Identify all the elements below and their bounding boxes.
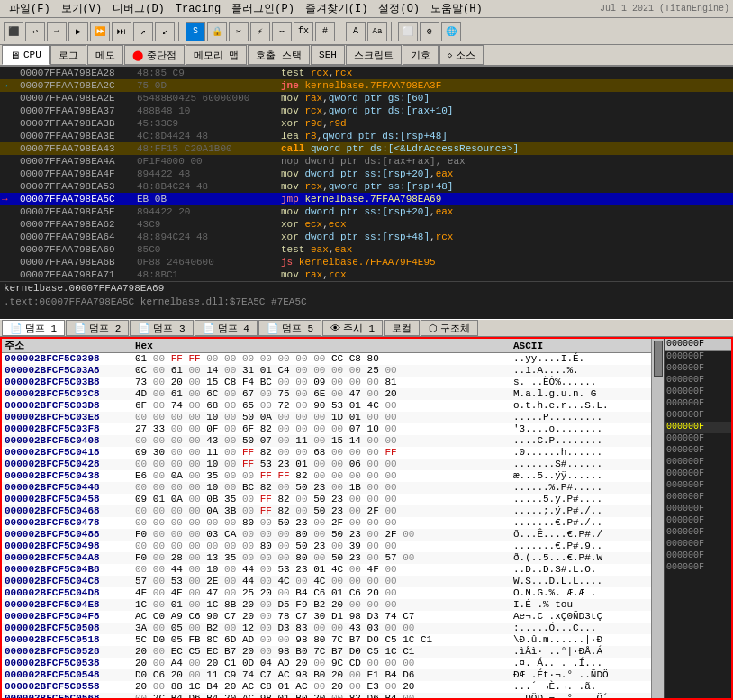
dump-row[interactable]: 000002BFCF5C040800 00 00 00 43 00 50 07 …	[2, 435, 651, 447]
dump-row[interactable]: 000002BFCF5C053820 00 A4 00 20 C1 0D 04 …	[2, 658, 651, 669]
disasm-row[interactable]: 00007FFAA798EA3E 4C:8D4424 48 lea r8,qwo…	[0, 130, 733, 142]
dump-cell-ascii: o.t.h.e.r...S.L.	[511, 400, 651, 412]
tab-symbols[interactable]: 기호	[403, 45, 439, 65]
dump-row[interactable]: 000002BFCF5C05083A 00 05 00 B2 00 12 00 …	[2, 623, 651, 634]
tab-breakpoint[interactable]: ⬤ 중단점	[124, 45, 185, 65]
disasm-row[interactable]: 00007FFAA798EA4F 894422 48 mov dword ptr…	[0, 168, 733, 180]
toolbar-btn-9[interactable]: S	[186, 22, 205, 41]
dump-scrollbar[interactable]	[651, 339, 664, 698]
disasm-row[interactable]: 00007FFAA798EA43 48:FF15 C20A1B00 call q…	[0, 142, 733, 155]
disasm-row[interactable]: 00007FFAA798EA4A 0F1F4000 00 nop dword p…	[0, 155, 733, 168]
tab-memo[interactable]: 메모	[87, 45, 123, 65]
tab-memory-map[interactable]: 메모리 맵	[186, 45, 248, 65]
menu-tracing[interactable]: Tracing	[170, 2, 226, 16]
disasm-row[interactable]: 00007FFAA798EA62 43C9 xor ecx,ecx	[0, 218, 733, 231]
toolbar-btn-11[interactable]: ✂	[229, 22, 249, 41]
tab-seh[interactable]: SEH	[311, 45, 345, 65]
dump-row[interactable]: 000002BFCF5C05185C D0 05 FB 8C 6D AD 00 …	[2, 634, 651, 646]
toolbar-btn-12[interactable]: ⚡	[250, 22, 270, 41]
dump-row[interactable]: 000002BFCF5C047800 00 00 00 00 00 80 00 …	[2, 517, 651, 529]
tab-source[interactable]: ◇ 소스	[439, 45, 484, 65]
disasm-row[interactable]: 00007FFAA798EA28 48:85 C9 test rcx,rcx	[0, 67, 733, 79]
dump-row[interactable]: 000002BFCF5C045809 01 0A 00 0B 35 00 FF …	[2, 494, 651, 505]
disasm-row-rip[interactable]: → 00007FFAA798EA5C EB 0B jmp kernelbase.…	[0, 193, 733, 205]
toolbar-btn-18[interactable]: ⬜	[398, 22, 418, 41]
tab-log[interactable]: 로그	[50, 45, 86, 65]
dump-row[interactable]: 000002BFCF5C03A80C 00 61 00 14 00 31 01 …	[2, 365, 651, 377]
dump-row[interactable]: 000002BFCF5C0548D0 C6 20 00 11 C9 74 C7 …	[2, 669, 651, 681]
dump-row[interactable]: 000002BFCF5C03F827 33 00 00 0F 00 6F 82 …	[2, 423, 651, 435]
toolbar-btn-15[interactable]: #	[315, 22, 335, 41]
toolbar-btn-4[interactable]: ▶	[68, 22, 88, 41]
menu-help[interactable]: 도움말(H)	[425, 0, 488, 17]
dump-row[interactable]: 000002BFCF5C044800 00 00 00 10 00 BC 82 …	[2, 482, 651, 494]
dump-row[interactable]: 000002BFCF5C04F8AC C0 A9 C6 90 C7 20 00 …	[2, 611, 651, 623]
dump-row[interactable]: 000002BFCF5C03E800 00 00 00 10 00 50 0A …	[2, 412, 651, 423]
toolbar-btn-6[interactable]: ⏭	[112, 22, 131, 41]
dump-row[interactable]: 000002BFCF5C056800 2C B4 D6 B4 20 AC 98 …	[2, 693, 651, 699]
dump-row[interactable]: 000002BFCF5C041809 30 00 00 11 00 FF 82 …	[2, 447, 651, 459]
dump-tab-2[interactable]: 📄 덤프 2	[66, 320, 129, 336]
menu-file[interactable]: 파일(F)	[4, 0, 56, 17]
disasm-row[interactable]: 00007FFAA798EA37 488B48 10 mov rcx,qword…	[0, 105, 733, 117]
dump-row[interactable]: 000002BFCF5C04E81C 00 01 00 1C 8B 20 00 …	[2, 599, 651, 611]
toolbar-btn-1[interactable]: ⬛	[4, 22, 23, 41]
tab-cpu[interactable]: 🖥 CPU	[2, 45, 50, 65]
toolbar-btn-5[interactable]: ⏩	[90, 22, 110, 41]
dump-row[interactable]: 000002BFCF5C04B800 00 44 00 10 00 44 00 …	[2, 564, 651, 576]
menu-view[interactable]: 보기(V)	[56, 0, 108, 17]
dump-tab-watch1[interactable]: 👁 주시 1	[322, 320, 383, 336]
tab-script[interactable]: 스크립트	[346, 45, 402, 65]
dump-row[interactable]: 000002BFCF5C03C84D 00 61 00 6C 00 67 00 …	[2, 388, 651, 400]
disasm-addr: 00007FFAA798EA43	[18, 142, 135, 155]
dump-tab-3[interactable]: 📄 덤프 3	[130, 320, 193, 336]
dump-row[interactable]: 000002BFCF5C0488F0 00 00 00 03 CA 00 00 …	[2, 529, 651, 541]
disasm-bytes: 45:33C9	[135, 117, 279, 130]
dump-content[interactable]: 주소 Hex ASCII 000002BFCF5C039801 00 FF FF…	[2, 339, 651, 698]
disasm-row[interactable]: 00007FFAA798EA69 85C0 test eax,eax	[0, 243, 733, 256]
toolbar-btn-2[interactable]: ↩	[25, 22, 45, 41]
toolbar-btn-16[interactable]: A	[346, 22, 366, 41]
disasm-row[interactable]: 00007FFAA798EA2E 65488B0425 60000000 mov…	[0, 92, 733, 105]
toolbar-btn-3[interactable]: →	[47, 22, 67, 41]
toolbar-btn-14[interactable]: fx	[294, 22, 313, 41]
disasm-row[interactable]: 00007FFAA798EA5E 894422 20 mov dword ptr…	[0, 205, 733, 218]
toolbar-btn-17[interactable]: Aa	[367, 22, 387, 41]
dump-row[interactable]: 000002BFCF5C046800 00 00 00 0A 3B 00 FF …	[2, 505, 651, 517]
menu-favorites[interactable]: 즐겨찾기(I)	[300, 0, 374, 17]
toolbar-btn-7[interactable]: ↗	[133, 22, 153, 41]
dump-row[interactable]: 000002BFCF5C04A8F0 00 28 00 13 35 00 00 …	[2, 552, 651, 564]
dump-row[interactable]: 000002BFCF5C03D86F 00 74 00 68 00 65 00 …	[2, 400, 651, 412]
dump-tab-1[interactable]: 📄 덤프 1	[2, 320, 65, 336]
dump-row[interactable]: 000002BFCF5C04C857 00 53 00 2E 00 44 00 …	[2, 576, 651, 587]
dump-row[interactable]: 000002BFCF5C052820 00 EC C5 EC B7 20 00 …	[2, 646, 651, 658]
toolbar-btn-20[interactable]: 🌐	[441, 22, 461, 41]
menu-plugins[interactable]: 플러그인(P)	[226, 0, 300, 17]
toolbar-btn-13[interactable]: ⋯	[272, 22, 292, 41]
toolbar-btn-10[interactable]: 🔒	[207, 22, 227, 41]
disasm-section[interactable]: 00007FFAA798EA28 48:85 C9 test rcx,rcx →…	[0, 67, 733, 319]
menu-settings[interactable]: 설정(O)	[373, 0, 425, 17]
dump-row[interactable]: 000002BFCF5C04D84F 00 4E 00 47 00 25 20 …	[2, 587, 651, 599]
disasm-row[interactable]: → 00007FFAA798EA2C 75 0D jne kernelbase.…	[0, 79, 733, 92]
disasm-row[interactable]: 00007FFAA798EA3B 45:33C9 xor r9d,r9d	[0, 117, 733, 130]
toolbar-btn-8[interactable]: ↙	[155, 22, 175, 41]
disasm-row[interactable]: 00007FFAA798EA53 48:8B4C24 48 mov rcx,qw…	[0, 180, 733, 193]
dump-tab-struct[interactable]: ⬡ 구조체	[421, 320, 478, 336]
disasm-row[interactable]: 00007FFAA798EA71 48:8BC1 mov rax,rcx	[0, 268, 733, 281]
dump-row[interactable]: 000002BFCF5C039801 00 FF FF 00 00 00 00 …	[2, 353, 651, 365]
menu-debug[interactable]: 디버그(D)	[107, 0, 170, 17]
dump-row[interactable]: 000002BFCF5C042800 00 00 00 10 00 FF 53 …	[2, 459, 651, 470]
dump-row[interactable]: 000002BFCF5C0438E6 00 0A 00 35 00 00 FF …	[2, 470, 651, 482]
tab-call-stack[interactable]: 호출 스택	[248, 45, 310, 65]
dump-tab-5[interactable]: 📄 덤프 5	[258, 320, 321, 336]
dump-row[interactable]: 000002BFCF5C055820 00 88 1C B4 20 AC C8 …	[2, 681, 651, 693]
disasm-row[interactable]: 00007FFAA798EA6B 0F88 24640600 js kernel…	[0, 256, 733, 268]
dump-tab-local[interactable]: 로컬	[384, 320, 420, 336]
disasm-row[interactable]: 00007FFAA798EA64 48:894C24 48 xor dword …	[0, 231, 733, 243]
toolbar-btn-19[interactable]: ⚙	[420, 22, 439, 41]
dump-row[interactable]: 000002BFCF5C03B873 00 20 00 15 C8 F4 BC …	[2, 377, 651, 388]
dump-row[interactable]: 000002BFCF5C049800 00 00 00 00 00 00 80 …	[2, 541, 651, 552]
dump-area[interactable]: 주소 Hex ASCII 000002BFCF5C039801 00 FF FF…	[0, 337, 733, 700]
dump-tab-4[interactable]: 📄 덤프 4	[195, 320, 258, 336]
